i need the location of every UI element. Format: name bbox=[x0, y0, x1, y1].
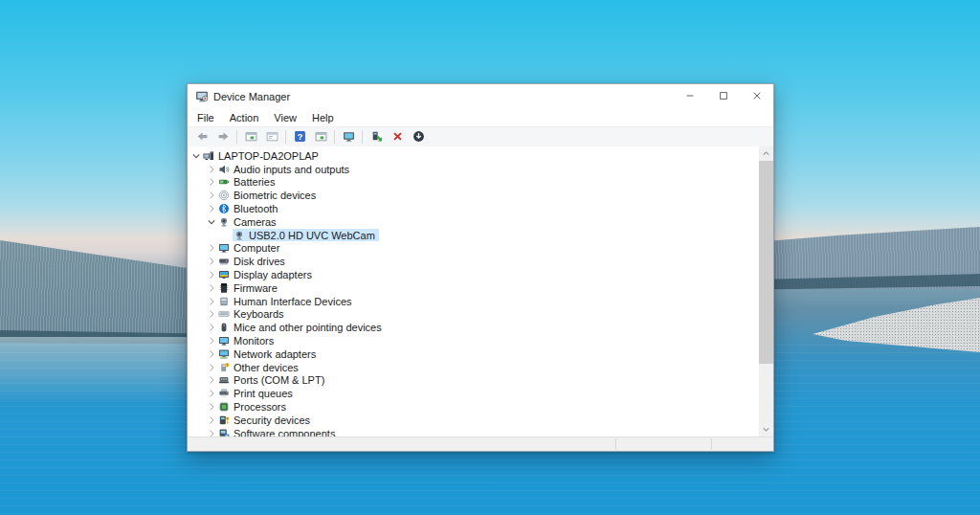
chevron-collapsed-icon[interactable] bbox=[206, 388, 217, 399]
tree-item-label: Security devices bbox=[234, 414, 310, 426]
chevron-collapsed-icon[interactable] bbox=[206, 164, 217, 175]
console-window-button[interactable] bbox=[310, 128, 331, 146]
help-button[interactable]: ? bbox=[289, 128, 310, 146]
tree-item[interactable]: Ports (COM & LPT) bbox=[188, 374, 759, 388]
chevron-collapsed-icon[interactable] bbox=[206, 335, 217, 347]
chevron-collapsed-icon[interactable] bbox=[206, 362, 217, 373]
tree-item[interactable]: LAPTOP-DA2OPLAP bbox=[188, 149, 759, 163]
tree-item[interactable]: USB2.0 HD UVC WebCam bbox=[188, 229, 759, 242]
computer-root-icon bbox=[203, 150, 215, 162]
disable-device-button[interactable] bbox=[408, 128, 429, 146]
close-button[interactable] bbox=[740, 84, 773, 108]
console-window-icon bbox=[315, 130, 327, 145]
tree-item-label: Bluetooth bbox=[234, 203, 278, 214]
tree-item[interactable]: Bluetooth bbox=[188, 202, 759, 215]
firmware-icon bbox=[218, 282, 231, 294]
tree-item-label: Batteries bbox=[234, 176, 275, 188]
chevron-collapsed-icon[interactable] bbox=[206, 203, 217, 214]
update-driver-button[interactable] bbox=[366, 128, 387, 146]
scroll-down-icon[interactable] bbox=[759, 422, 773, 437]
menu-file[interactable]: File bbox=[189, 110, 222, 125]
minimize-button[interactable] bbox=[673, 84, 706, 108]
tree-item[interactable]: Security devices bbox=[188, 414, 759, 427]
network-icon bbox=[218, 348, 231, 360]
scrollbar-thumb[interactable] bbox=[759, 161, 773, 364]
device-tree: LAPTOP-DA2OPLAPAudio inputs and outputsB… bbox=[188, 146, 773, 437]
tree-item[interactable]: Cameras bbox=[188, 215, 759, 229]
close-icon bbox=[752, 91, 762, 102]
tree-item-content: Audio inputs and outputs bbox=[217, 163, 353, 176]
tree-item[interactable]: Computer bbox=[188, 242, 759, 256]
chevron-collapsed-icon[interactable] bbox=[206, 374, 217, 386]
unknown-device-icon bbox=[218, 362, 231, 373]
tree-item[interactable]: Other devices bbox=[188, 361, 759, 374]
tree-item[interactable]: Human Interface Devices bbox=[188, 295, 759, 308]
title-bar[interactable]: Device Manager bbox=[188, 84, 773, 108]
tree-item[interactable]: Biometric devices bbox=[188, 189, 759, 202]
tree-item[interactable]: Disk drives bbox=[188, 255, 759, 268]
chevron-expanded-icon[interactable] bbox=[206, 216, 217, 228]
display-icon bbox=[218, 269, 231, 280]
tree-item[interactable]: Software components bbox=[188, 427, 759, 437]
chevron-collapsed-icon[interactable] bbox=[206, 256, 217, 267]
fingerprint-icon bbox=[218, 190, 231, 201]
tree-item-content: Network adapters bbox=[217, 347, 320, 361]
chevron-collapsed-icon[interactable] bbox=[206, 269, 217, 280]
tree-item-label: Monitors bbox=[234, 335, 274, 347]
vertical-scrollbar[interactable] bbox=[759, 146, 773, 437]
menu-help[interactable]: Help bbox=[304, 110, 342, 125]
chevron-collapsed-icon[interactable] bbox=[206, 322, 217, 333]
uninstall-button[interactable] bbox=[387, 128, 408, 146]
scan-hardware-button[interactable] bbox=[338, 128, 359, 146]
maximize-button[interactable] bbox=[706, 84, 740, 108]
back-arrow-button[interactable] bbox=[191, 128, 212, 146]
chevron-collapsed-icon[interactable] bbox=[206, 348, 217, 360]
tree-item-label: Mice and other pointing devices bbox=[234, 322, 382, 333]
chevron-collapsed-icon[interactable] bbox=[206, 401, 217, 413]
chevron-expanded-icon[interactable] bbox=[190, 150, 202, 162]
tree-item-label: Human Interface Devices bbox=[234, 296, 352, 307]
tree-item[interactable]: Network adapters bbox=[188, 347, 759, 361]
forward-arrow-button[interactable] bbox=[212, 128, 234, 146]
toolbar-separator bbox=[362, 130, 363, 144]
tree-item-content: Computer bbox=[217, 242, 283, 256]
software-icon bbox=[218, 428, 231, 437]
chevron-collapsed-icon[interactable] bbox=[206, 282, 217, 294]
menu-action[interactable]: Action bbox=[222, 110, 267, 125]
tree-item[interactable]: Mice and other pointing devices bbox=[188, 321, 759, 334]
menu-view[interactable]: View bbox=[266, 110, 304, 125]
chevron-collapsed-icon[interactable] bbox=[206, 190, 217, 201]
tree-item[interactable]: Processors bbox=[188, 400, 759, 414]
tree-item[interactable]: Firmware bbox=[188, 281, 759, 295]
tree-item[interactable]: Display adapters bbox=[188, 268, 759, 281]
chevron-collapsed-icon[interactable] bbox=[206, 242, 217, 254]
chevron-collapsed-icon[interactable] bbox=[206, 414, 217, 426]
tree-item-label: Processors bbox=[234, 401, 286, 413]
tree-item[interactable]: Keyboards bbox=[188, 308, 759, 322]
properties-window-icon bbox=[266, 130, 278, 145]
tree-item[interactable]: Monitors bbox=[188, 334, 759, 347]
chevron-collapsed-icon[interactable] bbox=[206, 428, 217, 437]
tree-item-label: Display adapters bbox=[234, 269, 312, 280]
tree-item-content: Display adapters bbox=[217, 268, 316, 281]
console-window-button[interactable] bbox=[240, 128, 261, 146]
properties-window-button[interactable] bbox=[261, 128, 282, 146]
chevron-collapsed-icon[interactable] bbox=[206, 308, 217, 320]
chevron-collapsed-icon[interactable] bbox=[206, 296, 217, 307]
tree-item-content: Other devices bbox=[217, 361, 302, 374]
tree-item-content: Biometric devices bbox=[217, 190, 320, 203]
tree-item-label: Other devices bbox=[234, 362, 299, 373]
monitor-icon bbox=[218, 242, 231, 254]
status-bar bbox=[188, 437, 773, 451]
tree-item-content: Mice and other pointing devices bbox=[217, 322, 386, 335]
scroll-up-icon[interactable] bbox=[759, 146, 773, 161]
chevron-collapsed-icon[interactable] bbox=[206, 176, 217, 188]
device-manager-window: Device Manager FileActionViewHelp ? LAPT… bbox=[187, 83, 774, 452]
tree-item[interactable]: Print queues bbox=[188, 387, 759, 400]
tree-item-content: Batteries bbox=[217, 176, 278, 190]
device-manager-icon bbox=[195, 90, 209, 103]
window-title: Device Manager bbox=[213, 91, 673, 102]
tree-item[interactable]: Batteries bbox=[188, 176, 759, 190]
console-window-icon bbox=[245, 130, 257, 145]
tree-item[interactable]: Audio inputs and outputs bbox=[188, 163, 759, 176]
